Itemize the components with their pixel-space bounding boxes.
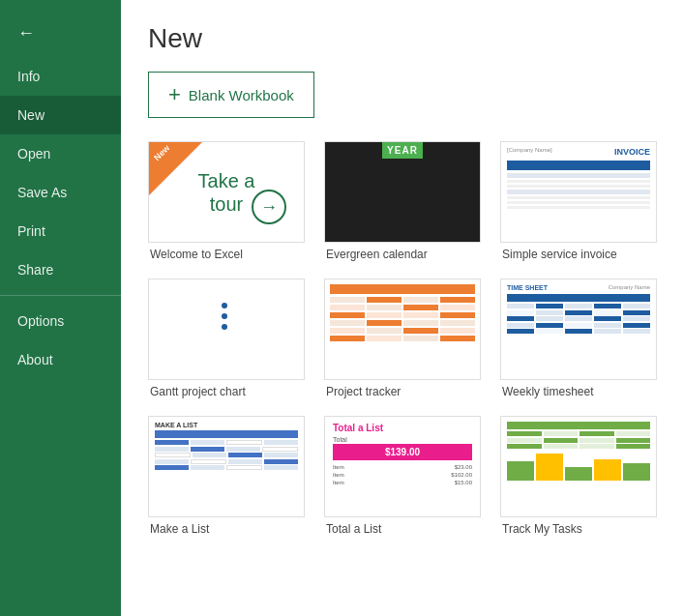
- main-content: New + Blank Workbook New Take atour → We…: [121, 0, 684, 616]
- plus-icon: +: [168, 82, 181, 107]
- project-row-1: [330, 297, 475, 303]
- sidebar-item-info[interactable]: Info: [0, 57, 121, 96]
- template-gantt[interactable]: Gantt project chart: [148, 279, 305, 398]
- totallist-header: Total a List: [333, 423, 472, 433]
- template-thumb-invoice: [Company Name] INVOICE: [500, 141, 657, 243]
- timesheet-title-row: TIME SHEET Company Name: [507, 284, 650, 291]
- makelist-row-3: [155, 453, 298, 457]
- template-thumb-makelist: MAKE A LIST: [148, 416, 305, 517]
- template-makelist[interactable]: MAKE A LIST Make a List: [148, 416, 305, 536]
- template-timesheet[interactable]: TIME SHEET Company Name: [500, 279, 657, 398]
- sidebar-item-options[interactable]: Options: [0, 302, 121, 340]
- totallist-item-3: Item $15.00: [333, 480, 472, 485]
- timesheet-row-5: [507, 329, 650, 334]
- totallist-item-2: Item $102.00: [333, 472, 472, 478]
- arrow-icon: →: [252, 190, 286, 224]
- template-thumb-welcome: New Take atour →: [148, 141, 305, 243]
- project-row-2: [330, 305, 475, 310]
- timesheet-company: Company Name: [609, 284, 650, 291]
- cal-year-label: YEAR: [382, 142, 423, 159]
- cal-body: [395, 159, 410, 242]
- page-title: New: [148, 23, 657, 54]
- invoice-line-6: [507, 201, 650, 204]
- project-header-bar: [330, 284, 475, 294]
- sidebar-item-save-as[interactable]: Save As: [0, 173, 121, 212]
- template-label-gantt: Gantt project chart: [148, 385, 305, 398]
- timesheet-title: TIME SHEET: [507, 284, 548, 291]
- template-tracktasks[interactable]: Track My Tasks: [500, 416, 657, 536]
- template-invoice[interactable]: [Company Name] INVOICE Simple service in…: [500, 141, 657, 261]
- template-label-totallist: Total a List: [324, 522, 481, 536]
- template-label-timesheet: Weekly timesheet: [500, 385, 657, 398]
- gantt-row-1: [222, 303, 231, 308]
- makelist-row-1: [155, 440, 298, 445]
- tracktasks-row-2: [507, 438, 650, 443]
- template-totallist[interactable]: Total a List Total $139.00 Item $23.00 I…: [324, 416, 481, 536]
- template-thumb-totallist: Total a List Total $139.00 Item $23.00 I…: [324, 416, 481, 517]
- tracktasks-row-3: [507, 444, 650, 449]
- tracktasks-header-bar: [507, 422, 650, 429]
- gantt-row-2: [222, 313, 231, 319]
- template-label-welcome: Welcome to Excel: [148, 248, 305, 261]
- invoice-line-7: [507, 206, 650, 209]
- makelist-row-4: [155, 459, 298, 464]
- invoice-line-5: [507, 196, 650, 199]
- blank-workbook-button[interactable]: + Blank Workbook: [148, 72, 314, 118]
- template-label-invoice: Simple service invoice: [500, 248, 657, 261]
- sidebar-divider: [0, 295, 121, 296]
- timesheet-row-1: [507, 304, 650, 308]
- makelist-title: MAKE A LIST: [155, 422, 298, 428]
- totallist-total-label: Total: [333, 436, 472, 443]
- project-row-6: [330, 336, 475, 341]
- timesheet-header-bar: [507, 294, 650, 302]
- template-label-tracktasks: Track My Tasks: [500, 522, 657, 536]
- back-button[interactable]: ←: [0, 10, 121, 57]
- sidebar-item-share[interactable]: Share: [0, 250, 121, 289]
- timesheet-row-3: [507, 316, 650, 321]
- makelist-header-bar: [155, 430, 298, 438]
- template-thumb-timesheet: TIME SHEET Company Name: [500, 279, 657, 380]
- template-thumb-calendar: YEAR: [324, 141, 481, 243]
- invoice-title: INVOICE: [614, 147, 650, 157]
- template-calendar[interactable]: YEAR Evergreen calendar: [324, 141, 481, 261]
- totallist-item-1: Item $23.00: [333, 464, 472, 470]
- sidebar-item-open[interactable]: Open: [0, 134, 121, 173]
- invoice-line-2: [507, 180, 650, 183]
- template-thumb-tracktasks: [500, 416, 657, 517]
- gantt-dot-3: [222, 324, 227, 330]
- invoice-top: [Company Name] INVOICE: [507, 147, 650, 157]
- totallist-total-value: $139.00: [333, 444, 472, 460]
- project-row-4: [330, 320, 475, 326]
- gantt-dot-1: [222, 303, 227, 308]
- template-welcome[interactable]: New Take atour → Welcome to Excel: [148, 141, 305, 261]
- invoice-line-1: [507, 173, 650, 178]
- timesheet-row-2: [507, 310, 650, 315]
- sidebar-item-print[interactable]: Print: [0, 212, 121, 250]
- tracktasks-row-1: [507, 431, 650, 436]
- template-label-calendar: Evergreen calendar: [324, 248, 481, 261]
- project-row-5: [330, 328, 475, 334]
- sidebar: ← Info New Open Save As Print Share Opti…: [0, 0, 121, 616]
- gantt-row-3: [222, 324, 231, 330]
- template-thumb-project: [324, 279, 481, 380]
- template-project[interactable]: Project tracker: [324, 279, 481, 398]
- welcome-text: Take atour: [198, 169, 255, 216]
- timesheet-row-4: [507, 323, 650, 328]
- sidebar-item-about[interactable]: About: [0, 340, 121, 379]
- templates-grid: New Take atour → Welcome to Excel YEAR E…: [148, 141, 657, 536]
- gantt-dot-2: [222, 313, 227, 319]
- invoice-line-4: [507, 190, 650, 194]
- invoice-bar: [507, 161, 650, 170]
- makelist-row-5: [155, 465, 298, 470]
- invoice-company: [Company Name]: [507, 147, 552, 153]
- invoice-line-3: [507, 185, 650, 188]
- template-label-project: Project tracker: [324, 385, 481, 398]
- tracktasks-chart: [507, 454, 650, 481]
- makelist-row-2: [155, 447, 298, 452]
- sidebar-item-new[interactable]: New: [0, 96, 121, 134]
- template-thumb-gantt: [148, 279, 305, 380]
- project-row-3: [330, 312, 475, 318]
- template-label-makelist: Make a List: [148, 522, 305, 536]
